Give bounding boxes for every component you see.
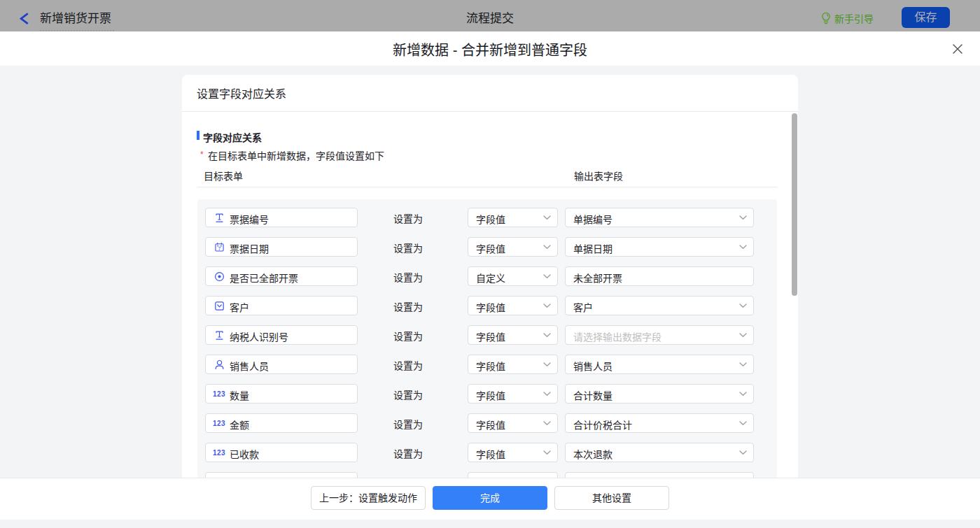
svg-text:7: 7 [218,246,220,251]
